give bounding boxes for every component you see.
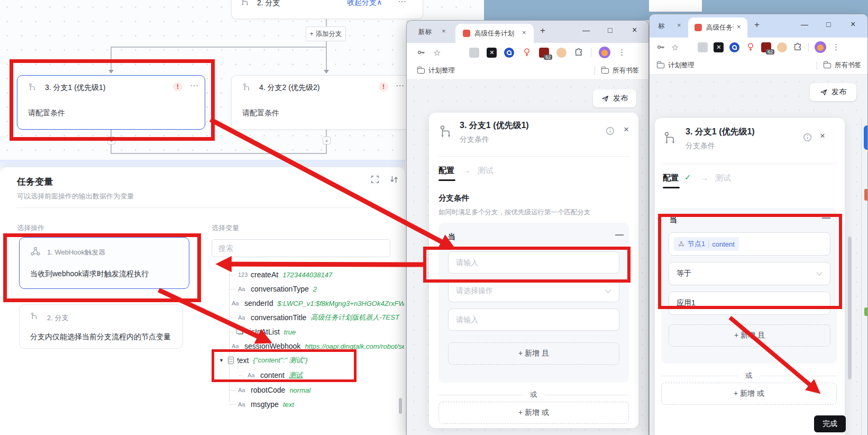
publish-button[interactable]: 发布 [593,89,636,107]
window-maximize[interactable]: □ [608,26,612,34]
extension-icon-dingtalk[interactable] [729,42,739,52]
panel-close-icon[interactable]: × [624,124,629,135]
branch-icon [242,83,252,93]
extension-icon-grey[interactable] [469,48,479,58]
node-branch-4[interactable]: 4. 分支2 (优先级2) ! ⋯ 请配置条件 [231,75,423,130]
variable-row[interactable]: 123 createAt 1723444038147 [230,268,404,282]
node-menu-icon[interactable]: ⋯ [398,0,407,6]
tab-close-icon[interactable]: × [737,23,741,31]
node-menu-icon[interactable]: ⋯ [396,80,405,90]
condition-input-2[interactable] [448,309,619,331]
window-maximize[interactable]: □ [826,20,830,29]
tab-close-icon[interactable]: × [522,29,526,37]
variable-row[interactable]: Aa robotCode normal [230,383,404,397]
browser-menu-icon[interactable]: ⋮ [618,48,626,57]
new-tab-button[interactable]: + [540,25,545,36]
collapse-minus-icon[interactable]: — [822,213,830,223]
variable-search[interactable] [212,239,390,257]
extension-icon-badge[interactable]: 62 [539,48,549,58]
extension-icon-dingtalk[interactable] [504,48,514,58]
new-tab-button[interactable]: + [754,20,760,30]
add-and-button[interactable]: + 新增 且 [669,324,830,347]
operator-select[interactable]: 请选择操作 [448,280,619,302]
tab-active[interactable]: 高级任务计划 × [688,17,747,38]
variable-row[interactable]: Aa sessionWebhook https://oapi.dingtalk.… [230,339,404,353]
extensions-puzzle-icon[interactable] [793,42,802,52]
tab-active[interactable]: 高级任务计划 × [455,24,534,43]
extension-icon-x[interactable]: ✕ [714,42,724,52]
tab-close-icon[interactable]: × [442,27,446,35]
collapse-minus-icon[interactable]: — [615,230,624,240]
bookmark-folder[interactable]: 计划整理 [428,66,455,75]
tab-newtab[interactable]: 新标 [418,28,436,37]
collapse-branches-link[interactable]: 收起分支∧ [347,0,382,7]
variable-row-text[interactable]: ▼ text {"content":" 测试"} [219,354,404,367]
key-icon[interactable] [656,42,665,52]
variable-row[interactable]: Aa senderId $:LWCP_v1:$f8kMgng3+n3HGOk4Z… [230,296,404,310]
tab-close-icon[interactable]: × [677,21,681,29]
extension-icon-face[interactable] [777,42,787,52]
extension-icon-pin[interactable] [745,42,755,52]
node-branch-3[interactable]: 3. 分支1 (优先级1) ! ⋯ 请配置条件 [17,75,205,130]
tab-config[interactable]: 配置 [438,166,454,176]
bookmark-star-icon[interactable]: ☆ [671,42,679,52]
variable-row[interactable]: Aa conversationType 2 [230,282,404,296]
info-icon[interactable] [606,126,615,135]
tab-newtab[interactable]: 标 [658,22,669,31]
bookmark-star-icon[interactable]: ☆ [433,48,441,58]
add-branch-button[interactable]: + 添加分支 [306,26,346,41]
condition-value-field[interactable] [448,251,619,274]
add-node-button[interactable]: + [323,137,331,144]
profile-avatar[interactable] [599,47,610,58]
key-icon[interactable] [416,48,426,57]
scrollbar-thumb[interactable] [399,398,402,414]
info-icon[interactable] [803,133,812,142]
browser-menu-icon[interactable]: ⋮ [832,42,840,52]
all-bookmarks[interactable]: 所有书签 [835,61,861,70]
operation-card-branch[interactable]: 2. 分支 分支内仅能选择当前分支流程内的节点变量 [19,304,183,349]
scrollbar-thumb[interactable] [848,237,852,379]
condition-input-1[interactable] [448,251,619,274]
node-branch-2[interactable]: 2. 分支 收起分支∧ ⋯ [231,0,423,19]
condition-value-input[interactable] [669,292,830,315]
profile-avatar[interactable] [815,41,826,53]
condition-value-field[interactable] [448,309,619,331]
window-close[interactable]: × [851,20,855,29]
extension-icon-grey[interactable] [698,42,708,52]
variable-row[interactable]: isInAtList true [230,325,404,339]
tab-config[interactable]: 配置 [663,173,679,183]
condition-value-field[interactable] [669,292,830,315]
edge-widget-blue[interactable] [864,125,868,150]
tab-test[interactable]: 测试 [478,166,494,176]
extension-icon-x[interactable]: ✕ [487,48,497,58]
bookmark-folder[interactable]: 计划整理 [668,61,695,70]
add-and-button[interactable]: + 新增 且 [448,342,619,365]
expand-icon[interactable] [370,175,380,184]
extension-icon-face[interactable] [556,48,567,58]
condition-variable-field[interactable]: 节点1 content [669,232,830,256]
variable-row-content[interactable]: Aa content 测试 [238,368,404,382]
window-minimize[interactable]: — [801,20,808,29]
window-minimize[interactable]: — [582,26,590,34]
extension-icon-pin[interactable] [522,48,532,58]
expand-triangle-icon[interactable]: ▼ [219,358,224,363]
node-menu-icon[interactable]: ⋯ [190,80,199,90]
publish-button[interactable]: 发布 [810,83,856,101]
add-or-button[interactable]: + 新增 或 [438,402,629,424]
operation-card-webhook[interactable]: 1. WebHook触发器 当收到webhook请求时触发流程执行 [19,237,189,289]
tab-test[interactable]: 测试 [715,173,731,183]
variable-row[interactable]: Aa msgtype text [230,397,404,411]
add-node-button[interactable]: + [107,137,115,144]
variable-row[interactable]: Aa conversationTitle 高级任务计划版机器人-TEST [230,311,404,324]
extensions-puzzle-icon[interactable] [574,48,583,57]
panel-close-icon[interactable]: × [820,131,825,141]
all-bookmarks[interactable]: 所有书签 [613,66,639,75]
window-close[interactable]: × [632,25,637,35]
add-or-button[interactable]: + 新增 或 [661,383,837,405]
done-button[interactable]: 完成 [814,415,846,432]
collapse-icon[interactable] [389,175,399,184]
operator-select[interactable]: 等于 [669,262,830,285]
extension-icon-badge[interactable]: 62 [761,42,771,52]
search-input[interactable] [212,239,390,257]
variable-tag[interactable]: 节点1 content [674,237,739,251]
